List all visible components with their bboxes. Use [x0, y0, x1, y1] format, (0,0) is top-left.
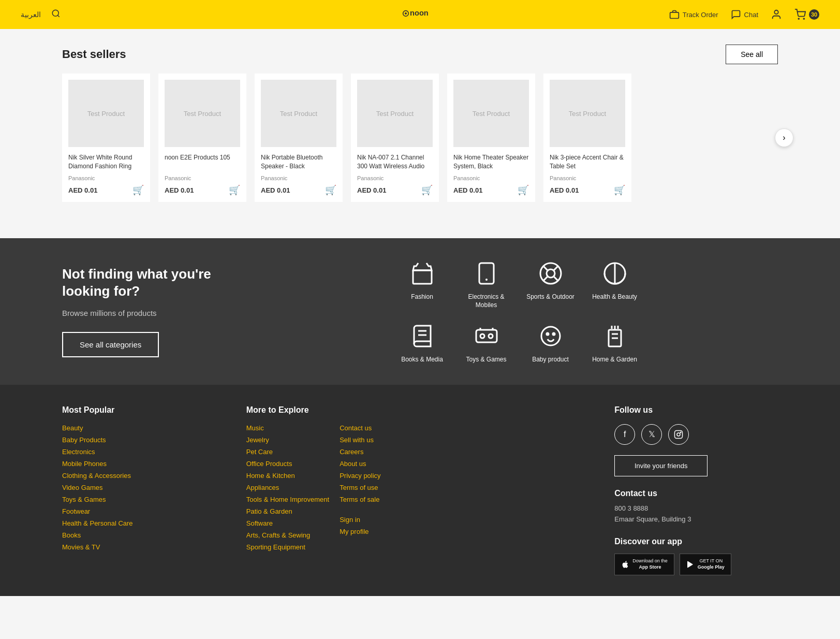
- product-name: Nik NA-007 2.1 Channel 300 Watt Wireless…: [357, 153, 433, 172]
- footer-link[interactable]: Home & Kitchen: [246, 472, 329, 480]
- category-toys[interactable]: Toys & Games: [461, 322, 512, 364]
- category-sports[interactable]: Sports & Outdoor: [525, 259, 577, 309]
- add-to-cart-icon[interactable]: 🛒: [421, 184, 433, 196]
- footer-link[interactable]: Movies & TV: [62, 543, 226, 551]
- footer-link[interactable]: Toys & Games: [62, 496, 226, 503]
- product-card[interactable]: Test Product Nik Silver White Round Diam…: [62, 74, 150, 202]
- track-order-label: Track Order: [683, 11, 718, 19]
- product-price: AED 0.01: [165, 186, 194, 194]
- footer-link[interactable]: Office Products: [246, 460, 329, 468]
- best-sellers-title: Best sellers: [62, 48, 126, 61]
- see-all-button[interactable]: See all: [726, 45, 778, 64]
- footer-link[interactable]: Music: [246, 424, 329, 432]
- category-electronics[interactable]: Electronics & Mobiles: [461, 259, 512, 309]
- category-baby[interactable]: Baby product: [525, 322, 577, 364]
- twitter-icon[interactable]: 𝕏: [641, 424, 662, 445]
- category-label: Baby product: [532, 356, 569, 364]
- footer-link[interactable]: Contact us: [340, 424, 380, 432]
- add-to-cart-icon[interactable]: 🛒: [518, 184, 529, 196]
- product-card[interactable]: Test Product Nik Portable Bluetooth Spea…: [255, 74, 343, 202]
- add-to-cart-icon[interactable]: 🛒: [132, 184, 144, 196]
- add-to-cart-icon[interactable]: 🛒: [325, 184, 336, 196]
- footer-link[interactable]: Appliances: [246, 484, 329, 491]
- footer-link[interactable]: My profile: [340, 528, 380, 535]
- footer-link[interactable]: Patio & Garden: [246, 507, 329, 515]
- chat-btn[interactable]: Chat: [731, 9, 758, 20]
- add-to-cart-icon[interactable]: 🛒: [229, 184, 240, 196]
- svg-line-1: [57, 15, 59, 17]
- product-card[interactable]: Test Product Nik 3-piece Accent Chair & …: [543, 74, 631, 202]
- footer-more-explore: More to Explore MusicJewelryPet CareOffi…: [246, 405, 410, 575]
- instagram-icon[interactable]: [668, 424, 689, 445]
- footer-link[interactable]: About us: [340, 460, 380, 468]
- next-arrow-btn[interactable]: ›: [775, 128, 793, 147]
- category-label: Books & Media: [401, 356, 443, 364]
- arabic-toggle[interactable]: العربية: [21, 10, 41, 19]
- facebook-icon[interactable]: f: [614, 424, 635, 445]
- product-name: Nik Silver White Round Diamond Fashion R…: [68, 153, 144, 172]
- track-order-btn[interactable]: Track Order: [669, 9, 718, 20]
- product-price: AED 0.01: [261, 186, 290, 194]
- product-card[interactable]: Test Product noon E2E Products 105 Panas…: [158, 74, 246, 202]
- footer-link[interactable]: Pet Care: [246, 448, 329, 456]
- most-popular-title: Most Popular: [62, 405, 226, 415]
- footer-link[interactable]: Terms of sale: [340, 496, 380, 503]
- footer-link[interactable]: Jewelry: [246, 436, 329, 444]
- product-brand: Panasonic: [550, 175, 625, 181]
- category-icon-electronics: [472, 259, 501, 288]
- account-btn[interactable]: [771, 9, 782, 20]
- product-image: Test Product: [68, 80, 144, 147]
- product-image-text: Test Product: [184, 110, 221, 118]
- footer-link[interactable]: Sell with us: [340, 436, 380, 444]
- footer-link[interactable]: Footwear: [62, 507, 226, 515]
- footer: Most Popular BeautyBaby ProductsElectron…: [0, 385, 840, 596]
- add-to-cart-icon[interactable]: 🛒: [614, 184, 625, 196]
- product-card[interactable]: Test Product Nik Home Theater Speaker Sy…: [447, 74, 535, 202]
- category-fashion[interactable]: Fashion: [396, 259, 448, 309]
- category-books[interactable]: Books & Media: [396, 322, 448, 364]
- more-explore-cols: MusicJewelryPet CareOffice ProductsHome …: [246, 424, 410, 555]
- product-image-text: Test Product: [87, 110, 125, 118]
- social-icons: f 𝕏: [614, 424, 778, 445]
- footer-link[interactable]: Software: [246, 519, 329, 527]
- footer-link[interactable]: Beauty: [62, 424, 226, 432]
- footer-link[interactable]: Mobile Phones: [62, 460, 226, 468]
- footer-link[interactable]: Arts, Crafts & Sewing: [246, 531, 329, 539]
- footer-link[interactable]: Health & Personal Care: [62, 519, 226, 527]
- category-health[interactable]: Health & Beauty: [589, 259, 641, 309]
- footer-link[interactable]: Terms of use: [340, 484, 380, 491]
- product-name: Nik Home Theater Speaker System, Black: [453, 153, 529, 172]
- category-home[interactable]: Home & Garden: [589, 322, 641, 364]
- category-label: Fashion: [411, 293, 433, 301]
- footer-link[interactable]: Baby Products: [62, 436, 226, 444]
- footer-link[interactable]: Careers: [340, 448, 380, 456]
- cart-btn[interactable]: 30: [794, 9, 819, 20]
- footer-link[interactable]: Clothing & Accessories: [62, 472, 226, 480]
- product-brand: Panasonic: [261, 175, 336, 181]
- product-card[interactable]: Test Product Nik NA-007 2.1 Channel 300 …: [351, 74, 439, 202]
- footer-link[interactable]: Tools & Home Improvement: [246, 496, 329, 503]
- main-content: Best sellers See all Test Product Nik Si…: [0, 29, 840, 217]
- search-icon[interactable]: [51, 9, 61, 21]
- svg-point-6: [774, 10, 778, 14]
- footer-link[interactable]: Privacy policy: [340, 472, 380, 480]
- app-store-button[interactable]: Download on theApp Store: [614, 554, 674, 575]
- product-image: Test Product: [165, 80, 240, 147]
- svg-point-21: [541, 327, 560, 345]
- best-sellers-header: Best sellers See all: [62, 45, 778, 64]
- header: العربية noon Track Order Chat 30: [0, 0, 840, 29]
- invite-friends-button[interactable]: Invite your friends: [614, 455, 708, 476]
- product-image: Test Product: [453, 80, 529, 147]
- svg-text:noon: noon: [410, 9, 429, 17]
- footer-link[interactable]: Video Games: [62, 484, 226, 491]
- footer-link[interactable]: Sign in: [340, 516, 380, 524]
- see-all-categories-button[interactable]: See all categories: [62, 332, 159, 357]
- footer-link[interactable]: Electronics: [62, 448, 226, 456]
- cart-count: 30: [809, 9, 819, 20]
- category-icon-books: [408, 322, 437, 351]
- logo[interactable]: noon: [400, 6, 441, 23]
- footer-link[interactable]: Books: [62, 531, 226, 539]
- footer-link[interactable]: Sporting Equipment: [246, 543, 329, 551]
- category-label: Health & Beauty: [592, 293, 637, 301]
- google-play-button[interactable]: GET IT ONGoogle Play: [680, 554, 731, 575]
